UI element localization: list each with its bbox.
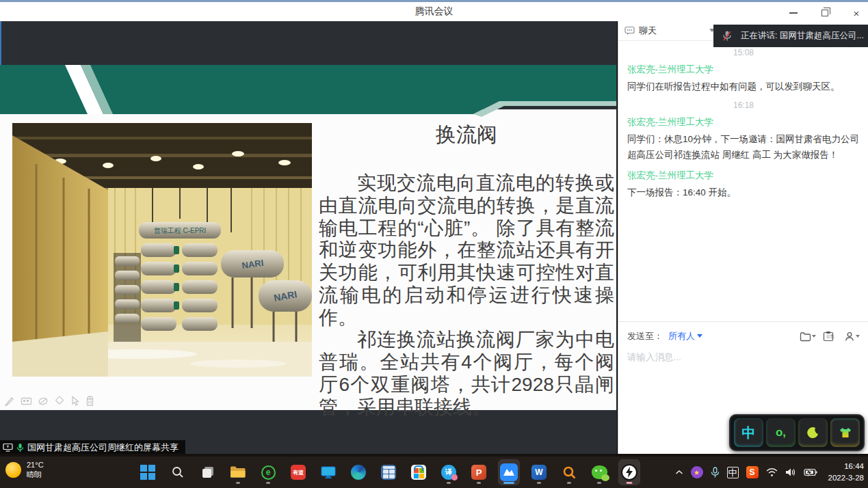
ime-night-mode-key[interactable] [798,418,828,447]
tray-star-app[interactable]: ★ [691,466,703,478]
send-to-caret-icon [697,334,702,338]
youdao-dict-button[interactable]: 有道 [288,460,308,485]
chat-message: 张宏亮-兰州理工大学 下一场报告：16:40 开始。 [627,170,860,200]
monitor-icon [321,466,336,479]
window-edge-accent [0,21,1,65]
ime-punctuation-key[interactable]: o, [766,418,795,447]
task-view-icon [201,465,215,479]
tray-wifi[interactable] [766,468,778,477]
word-button[interactable]: W [529,460,549,485]
chat-tab-label: 聊天 [639,25,657,37]
powerpoint-button[interactable]: P [469,460,489,485]
shirt-icon [839,427,852,439]
chat-panel: 聊天 15:08 张宏亮-兰州理工大学 同学们在听报告过程中如有问题，可以发到聊… [618,21,868,454]
tray-microphone[interactable] [711,467,720,478]
search-icon [171,465,185,479]
pen-tool-icon[interactable] [4,396,15,407]
ime-toolbar: 中 o, [729,414,865,451]
chat-message: 张宏亮-兰州理工大学 同学们：休息10分钟，下一场邀请：国网甘肃省电力公司超高压… [627,116,860,163]
member-mention-button[interactable] [845,331,860,342]
tencent-meeting-button[interactable] [499,460,519,485]
slide-subheading: 换流阀 [319,121,614,149]
eraser-tool-icon[interactable] [54,396,65,407]
wechat-button[interactable] [589,460,609,485]
slide-paragraph-2: 祁连换流站换流阀厂家为中电普瑞。全站共有4个阀厅，每个阀厅6个双重阀塔，共计29… [319,329,614,418]
windows-logo-icon [140,465,155,480]
ms-store-icon [411,465,426,480]
send-to-label: 发送至： [627,330,663,342]
flash-app-button[interactable] [619,460,640,485]
tray-volume[interactable] [785,467,796,477]
battery-charging-icon [804,468,818,476]
tray-battery[interactable] [804,468,818,476]
taskbar-search-button[interactable] [168,460,188,485]
announcement-icon-label: 公告 [826,334,834,340]
chat-message-list[interactable]: 15:08 张宏亮-兰州理工大学 同学们在听报告过程中如有问题，可以发到聊天区。… [618,42,868,321]
tray-clock[interactable]: 16:44 2022-3-28 [828,461,864,483]
weather-widget[interactable]: 21°C 晴朗 [5,460,44,480]
close-button[interactable]: × [849,5,864,21]
orange-magnifier-icon [562,465,577,480]
translate-icon: 译 [441,465,456,480]
moon-icon [807,426,819,439]
restore-button[interactable] [817,5,832,21]
edge-button[interactable] [348,460,369,485]
annotation-toolbar [4,395,94,407]
clock-date: 2022-3-28 [828,472,864,484]
clock-time: 16:44 [828,461,864,472]
mic-muted-icon [722,30,732,42]
clear-all-icon[interactable] [86,395,94,407]
ime-skin-key[interactable] [830,418,860,447]
start-button[interactable] [137,460,158,485]
word-icon: W [531,465,547,480]
chat-sender-name: 张宏亮-兰州理工大学 [627,116,860,128]
person-icon [845,331,855,342]
browser-360-button[interactable]: e [258,460,278,485]
file-explorer-button[interactable] [228,460,248,485]
chat-message-text: 同学们在听报告过程中如有问题，可以发到聊天区。 [627,79,860,94]
slide-banner: 二、换流站设备简介 [0,65,616,120]
display-settings-button[interactable] [318,460,339,485]
ime-chinese-key[interactable]: 中 [734,418,763,447]
wechat-icon [592,465,607,479]
wifi-icon [766,468,778,477]
announcement-button[interactable]: 公告 [823,331,838,342]
sun-icon [5,462,21,478]
microphone-icon [711,467,720,478]
shared-screen-area: 二、换流站设备简介 [0,21,617,454]
person-caret-icon [856,335,860,338]
tray-input-language[interactable]: 中 [727,467,739,478]
edge-icon [351,465,366,480]
tencent-meeting-icon [500,463,518,481]
chat-message-text: 下一场报告：16:40 开始。 [627,185,860,200]
file-attach-button[interactable] [800,331,816,342]
screen-share-label: 国网甘肃超高压公司周继红的屏幕共享 [27,442,179,454]
screen-share-indicator: 国网甘肃超高压公司周继红的屏幕共享 [0,440,185,454]
laser-tool-icon[interactable] [38,396,49,407]
chat-message: 张宏亮-兰州理工大学 同学们在听报告过程中如有问题，可以发到聊天区。 [627,64,860,94]
everything-search-button[interactable] [559,460,579,485]
weather-temp: 21°C [27,460,44,470]
ms-store-button[interactable] [408,460,429,485]
stamp-tool-icon[interactable] [21,396,32,407]
cursor-tool-icon[interactable] [70,396,80,407]
chat-sender-name: 张宏亮-兰州理工大学 [627,170,860,182]
chevron-up-icon [675,470,683,475]
lightning-icon [621,464,637,480]
taskbar: 21°C 晴朗 e 有道 译 P W ★ 中 S 16:44 2022-3-28 [0,457,868,488]
svg-text:普瑞工程 C-EPRI: 普瑞工程 C-EPRI [154,227,207,234]
translator-button[interactable]: 译 [438,460,459,485]
calculator-button[interactable] [378,460,399,485]
youdao-icon: 有道 [291,465,306,480]
chat-message-input[interactable] [627,352,860,362]
send-to-selector[interactable]: 所有人 [668,330,702,342]
task-view-button[interactable] [198,460,218,485]
tray-sogou-icon[interactable]: S [746,466,759,478]
folder-icon [800,331,811,342]
minimize-button[interactable] [786,5,801,21]
tray-expand-button[interactable] [675,470,683,475]
valve-hall-photo: 普瑞工程 C-EPRI [12,123,312,377]
chat-message-text: 同学们：休息10分钟，下一场邀请：国网甘肃省电力公司超高压公司祁连换流站 周继红… [627,131,860,163]
chat-bubble-icon [624,26,635,36]
chat-sender-name: 张宏亮-兰州理工大学 [627,64,860,76]
